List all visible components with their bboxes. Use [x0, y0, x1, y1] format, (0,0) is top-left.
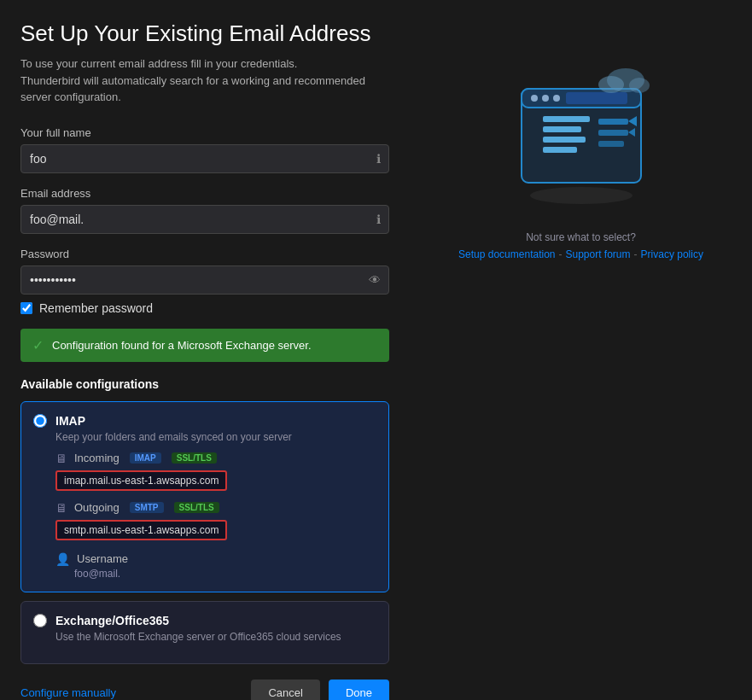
exchange-header: Exchange/Office365: [33, 614, 376, 627]
remember-label[interactable]: Remember password: [39, 301, 153, 315]
svg-rect-7: [543, 116, 590, 122]
done-button[interactable]: Done: [329, 680, 389, 701]
sep1: -: [559, 248, 563, 260]
not-sure-text: Not sure what to select?: [526, 231, 636, 243]
subtitle: To use your current email address fill i…: [20, 55, 389, 106]
cancel-button[interactable]: Cancel: [251, 680, 319, 701]
outgoing-server-icon: 🖥: [55, 501, 67, 515]
incoming-server-icon: 🖥: [55, 452, 67, 465]
incoming-row: 🖥 Incoming IMAP SSL/TLS: [55, 452, 376, 465]
user-icon: 👤: [55, 552, 70, 566]
full-name-label: Your full name: [20, 126, 389, 139]
svg-rect-13: [598, 130, 628, 136]
imap-desc: Keep your folders and emails synced on y…: [55, 431, 376, 443]
svg-point-5: [553, 95, 560, 102]
svg-rect-11: [598, 119, 628, 125]
info-icon-fullname[interactable]: ℹ: [376, 152, 381, 166]
setup-doc-link[interactable]: Setup documentation: [458, 248, 555, 260]
info-icon-email[interactable]: ℹ: [376, 213, 381, 226]
exchange-option[interactable]: Exchange/Office365 Use the Microsoft Exc…: [20, 601, 389, 664]
full-name-input[interactable]: [20, 144, 389, 173]
available-configs-title: Available configurations: [20, 377, 389, 391]
full-name-wrapper: ℹ: [20, 144, 389, 173]
svg-rect-6: [566, 92, 627, 104]
svg-rect-10: [543, 147, 577, 153]
imap-radio[interactable]: [33, 414, 47, 428]
email-group: Email address ℹ: [20, 187, 389, 234]
email-illustration: [496, 55, 667, 208]
links-row: Setup documentation - Support forum - Pr…: [458, 248, 703, 260]
remember-row: Remember password: [20, 301, 389, 315]
outgoing-label: Outgoing: [74, 501, 120, 514]
svg-point-17: [598, 76, 624, 93]
email-label: Email address: [20, 187, 389, 200]
username-label: Username: [77, 552, 128, 565]
email-input[interactable]: [20, 205, 389, 234]
svg-point-4: [542, 95, 549, 102]
svg-point-3: [531, 95, 538, 102]
imap-option[interactable]: IMAP Keep your folders and emails synced…: [20, 401, 389, 592]
full-name-group: Your full name ℹ: [20, 126, 389, 173]
imap-title: IMAP: [55, 414, 85, 428]
support-forum-link[interactable]: Support forum: [566, 248, 631, 260]
password-wrapper: 👁: [20, 265, 389, 295]
right-panel: Not sure what to select? Setup documenta…: [410, 20, 752, 700]
svg-point-0: [530, 187, 632, 204]
show-password-icon[interactable]: 👁: [369, 273, 381, 287]
svg-point-18: [629, 78, 650, 93]
page-title: Set Up Your Existing Email Address: [20, 20, 389, 47]
configure-manually-button[interactable]: Configure manually: [20, 686, 116, 699]
left-panel: Set Up Your Existing Email Address To us…: [0, 20, 410, 700]
banner-message: Configuration found for a Microsoft Exch…: [52, 339, 312, 352]
password-label: Password: [20, 248, 389, 260]
illustration: [496, 55, 667, 211]
outgoing-host: smtp.mail.us-east-1.awsapps.com: [55, 520, 227, 540]
ssl-tag-outgoing: SSL/TLS: [174, 502, 219, 513]
sep2: -: [634, 248, 638, 260]
svg-rect-15: [598, 141, 624, 147]
password-input[interactable]: [20, 265, 389, 295]
outgoing-row: 🖥 Outgoing SMTP SSL/TLS: [55, 501, 376, 515]
username-row: 👤 Username: [55, 552, 376, 566]
remember-checkbox[interactable]: [20, 302, 32, 314]
incoming-label: Incoming: [74, 452, 120, 464]
ssl-tag-incoming: SSL/TLS: [172, 452, 217, 464]
checkmark-icon: ✓: [32, 337, 44, 353]
username-section: 👤 Username foo@mail.: [55, 552, 376, 580]
imap-header: IMAP: [33, 414, 376, 428]
svg-rect-8: [543, 126, 581, 132]
svg-rect-9: [543, 137, 586, 143]
privacy-policy-link[interactable]: Privacy policy: [641, 248, 703, 260]
exchange-title: Exchange/Office365: [55, 614, 169, 627]
footer-row: Configure manually Cancel Done: [20, 680, 389, 701]
exchange-desc: Use the Microsoft Exchange server or Off…: [55, 631, 376, 643]
incoming-host: imap.mail.us-east-1.awsapps.com: [55, 470, 227, 491]
email-wrapper: ℹ: [20, 205, 389, 234]
username-value: foo@mail.: [74, 568, 376, 580]
smtp-tag: SMTP: [130, 502, 164, 513]
password-group: Password 👁 Remember password: [20, 248, 389, 315]
success-banner: ✓ Configuration found for a Microsoft Ex…: [20, 329, 389, 362]
imap-tag: IMAP: [130, 452, 161, 464]
action-buttons: Cancel Done: [251, 680, 389, 701]
exchange-radio[interactable]: [33, 614, 47, 627]
